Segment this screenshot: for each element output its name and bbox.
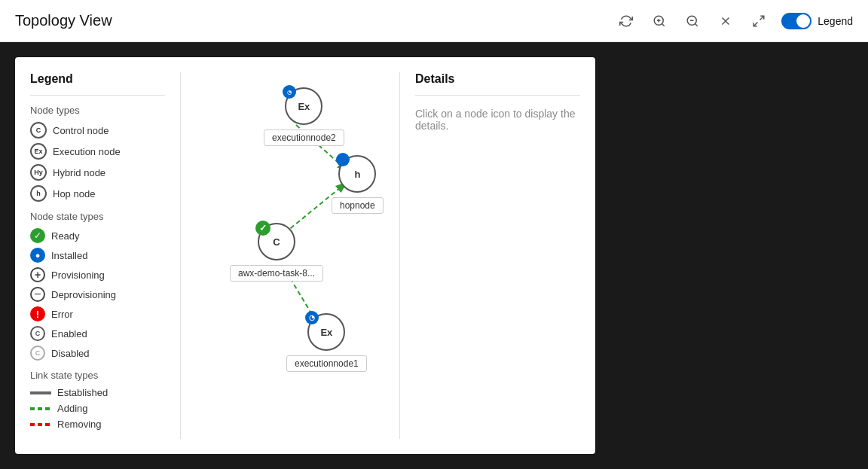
legend-disabled: C Disabled <box>30 346 165 361</box>
legend-provisioning: + Provisioning <box>30 267 165 282</box>
svg-line-10 <box>754 22 758 26</box>
svg-line-5 <box>695 23 698 26</box>
panel: Legend Node types C Control node Ex Exec… <box>15 57 595 454</box>
legend-ready: ✓ Ready <box>30 228 165 243</box>
legend-toggle-label: Legend <box>818 15 853 27</box>
disabled-icon: C <box>30 346 45 361</box>
removing-label: Removing <box>57 419 102 430</box>
svg-text:◔: ◔ <box>287 90 292 95</box>
expand-icon[interactable] <box>748 11 769 32</box>
deprovisioning-label: Deprovisioning <box>51 289 116 300</box>
main-content: Legend Node types C Control node Ex Exec… <box>0 42 868 469</box>
executionnode1-status: ◔ <box>305 311 319 324</box>
link-state-section: Link state types Established Adding Remo… <box>30 370 165 430</box>
hop-node-label: Hop node <box>53 188 95 199</box>
established-label: Established <box>57 387 108 398</box>
awx-demo-task-label: awx-demo-task-8... <box>230 265 323 282</box>
provisioning-label: Provisioning <box>51 270 105 281</box>
details-divider <box>415 95 580 96</box>
legend-panel: Legend Node types C Control node Ex Exec… <box>30 72 181 439</box>
close-icon[interactable] <box>715 11 736 32</box>
error-icon: ! <box>30 306 45 321</box>
legend-established: Established <box>30 387 165 398</box>
executionnode1-label: executionnode1 <box>286 355 367 372</box>
topology-svg <box>181 72 399 439</box>
legend-execution-node: Ex Execution node <box>30 143 165 160</box>
node-state-title: Node state types <box>30 211 165 222</box>
svg-line-9 <box>760 16 764 20</box>
legend-divider <box>30 95 165 96</box>
error-label: Error <box>51 309 73 320</box>
node-types-title: Node types <box>30 105 165 116</box>
legend-title: Legend <box>30 72 165 86</box>
legend-toggle-container: Legend <box>781 13 853 29</box>
installed-icon: ● <box>30 248 45 263</box>
node-state-section: Node state types ✓ Ready ● Installed + P… <box>30 211 165 361</box>
legend-enabled: C Enabled <box>30 326 165 341</box>
hopnode-status <box>336 153 350 166</box>
executionnode2-label: executionnode2 <box>264 129 344 146</box>
legend-hybrid-node: Hy Hybrid node <box>30 164 165 181</box>
refresh-icon[interactable] <box>616 11 637 32</box>
established-line <box>30 391 51 394</box>
zoom-out-icon[interactable] <box>682 11 703 32</box>
legend-deprovisioning: − Deprovisioning <box>30 287 165 302</box>
link-state-title: Link state types <box>30 370 165 381</box>
details-hint: Click on a node icon to display the deta… <box>415 108 580 132</box>
control-node-badge: C <box>30 122 47 139</box>
legend-adding: Adding <box>30 403 165 414</box>
hybrid-node-label: Hybrid node <box>53 167 105 178</box>
hybrid-node-badge: Hy <box>30 164 47 181</box>
header-toolbar: Legend <box>616 11 853 32</box>
details-title: Details <box>415 72 580 86</box>
ready-label: Ready <box>51 230 80 242</box>
zoom-in-icon[interactable] <box>649 11 670 32</box>
legend-toggle[interactable] <box>781 13 811 29</box>
hop-node-badge: h <box>30 185 47 202</box>
svg-line-1 <box>662 23 665 26</box>
provisioning-icon: + <box>30 267 45 282</box>
execution-node-label: Execution node <box>53 146 121 157</box>
hopnode-label: hopnode <box>332 197 384 214</box>
removing-line <box>30 423 51 426</box>
right-panel: ◔ Ex executionnode2 h hopnode <box>181 72 580 439</box>
legend-removing: Removing <box>30 419 165 430</box>
legend-installed: ● Installed <box>30 248 165 263</box>
adding-line <box>30 407 51 410</box>
adding-label: Adding <box>57 403 87 414</box>
execution-node-badge: Ex <box>30 143 47 160</box>
awx-demo-task-circle[interactable]: ✓ C <box>258 223 295 260</box>
enabled-label: Enabled <box>51 328 87 340</box>
awx-demo-task-status: ✓ <box>255 221 270 236</box>
deprovisioning-icon: − <box>30 287 45 302</box>
topology-canvas[interactable]: ◔ Ex executionnode2 h hopnode <box>181 72 399 439</box>
executionnode2-status: ◔ <box>283 85 296 99</box>
disabled-label: Disabled <box>51 348 90 359</box>
details-panel: Details Click on a node icon to display … <box>399 72 580 439</box>
installed-label: Installed <box>51 250 87 261</box>
node-types-section: Node types C Control node Ex Execution n… <box>30 105 165 202</box>
control-node-label: Control node <box>53 125 108 136</box>
legend-error: ! Error <box>30 306 165 321</box>
enabled-icon: C <box>30 326 45 341</box>
legend-hop-node: h Hop node <box>30 185 165 202</box>
legend-control-node: C Control node <box>30 122 165 139</box>
header: Topology View <box>0 0 868 42</box>
ready-icon: ✓ <box>30 228 45 243</box>
page-title: Topology View <box>15 12 616 29</box>
